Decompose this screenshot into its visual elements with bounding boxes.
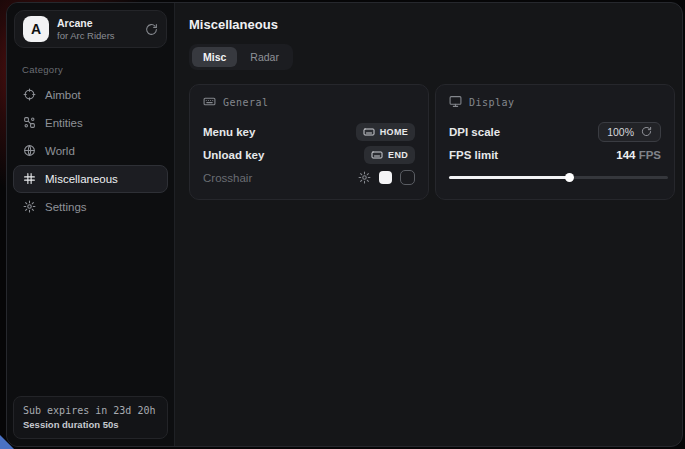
crosshair-color-swatch[interactable]	[379, 171, 392, 184]
sub-expiry-text: Sub expires in 23d 20h	[23, 404, 158, 418]
fps-limit-slider[interactable]	[449, 172, 668, 182]
keyboard-icon	[363, 126, 375, 138]
keyboard-icon	[371, 149, 383, 161]
sidebar-item-world[interactable]: World	[13, 137, 168, 165]
sidebar-item-settings[interactable]: Settings	[13, 193, 168, 221]
menu-key-button[interactable]: HOME	[356, 123, 415, 141]
display-panel-header: Display	[449, 95, 661, 110]
app-name: Arcane	[57, 17, 137, 30]
sidebar-item-label: World	[45, 145, 75, 157]
keyboard-icon	[203, 95, 216, 110]
page-title: Miscellaneous	[189, 17, 682, 32]
profile-text: Arcane for Arc Riders	[57, 17, 137, 42]
fps-limit-row: FPS limit 144 FPS	[449, 143, 661, 166]
refresh-icon	[641, 126, 652, 137]
fps-unit: FPS	[639, 149, 661, 161]
unload-key-button[interactable]: END	[364, 146, 415, 164]
display-panel: Display DPI scale 100% FPS limit 144	[435, 84, 675, 200]
sidebar-item-miscellaneous[interactable]: Miscellaneous	[13, 165, 168, 193]
crosshair-controls	[358, 170, 415, 185]
dpi-scale-value: 100%	[607, 126, 634, 138]
menu-key-row: Menu key HOME	[203, 120, 415, 143]
fps-limit-value: 144 FPS	[616, 149, 661, 161]
sidebar: A Arcane for Arc Riders Category Aimbot	[7, 3, 175, 446]
dpi-scale-label: DPI scale	[449, 126, 500, 138]
entities-icon	[23, 116, 36, 131]
unload-key-label: Unload key	[203, 149, 264, 161]
fps-limit-label: FPS limit	[449, 149, 498, 161]
sidebar-spacer	[7, 221, 174, 396]
general-panel-title: General	[223, 97, 269, 108]
panels-row: General Menu key HOME Unload key	[189, 84, 682, 200]
crosshair-label: Crosshair	[203, 172, 252, 184]
sidebar-item-label: Miscellaneous	[45, 173, 118, 185]
subscription-card: Sub expires in 23d 20h Session duration …	[13, 396, 168, 439]
category-label: Category	[22, 64, 174, 75]
sidebar-item-label: Settings	[45, 201, 87, 213]
tab-bar: Misc Radar	[189, 44, 293, 70]
general-panel: General Menu key HOME Unload key	[189, 84, 429, 200]
sidebar-nav: Aimbot Entities World	[7, 81, 174, 221]
unload-key-row: Unload key END	[203, 143, 415, 166]
monitor-icon	[449, 95, 462, 110]
dpi-scale-select[interactable]: 100%	[598, 122, 661, 142]
sidebar-item-aimbot[interactable]: Aimbot	[13, 81, 168, 109]
sync-icon[interactable]	[145, 23, 158, 36]
crosshair-row: Crosshair	[203, 166, 415, 189]
general-panel-header: General	[203, 95, 415, 110]
grid-icon	[23, 172, 36, 187]
crosshair-settings-gear-icon[interactable]	[358, 171, 371, 184]
menu-key-label: Menu key	[203, 126, 255, 138]
gear-icon	[23, 200, 36, 215]
dpi-scale-row: DPI scale 100%	[449, 120, 661, 143]
app-window: A Arcane for Arc Riders Category Aimbot	[6, 2, 683, 447]
session-duration-text: Session duration 50s	[23, 418, 158, 431]
fps-number: 144	[616, 149, 635, 161]
sidebar-item-label: Aimbot	[45, 89, 81, 101]
slider-thumb[interactable]	[565, 173, 574, 182]
main-content: Miscellaneous Misc Radar General Menu ke…	[175, 3, 682, 446]
menu-key-value: HOME	[380, 127, 408, 137]
sidebar-item-entities[interactable]: Entities	[13, 109, 168, 137]
tab-misc[interactable]: Misc	[192, 47, 237, 67]
profile-card[interactable]: A Arcane for Arc Riders	[14, 10, 167, 48]
slider-fill	[449, 176, 569, 179]
tab-radar[interactable]: Radar	[239, 47, 290, 67]
app-subtitle: for Arc Riders	[57, 30, 137, 42]
app-logo: A	[23, 16, 49, 42]
display-panel-title: Display	[469, 97, 515, 108]
crosshair-icon	[23, 88, 36, 103]
sidebar-item-label: Entities	[45, 117, 83, 129]
crosshair-checkbox[interactable]	[400, 170, 415, 185]
globe-icon	[23, 144, 36, 159]
unload-key-value: END	[388, 150, 408, 160]
